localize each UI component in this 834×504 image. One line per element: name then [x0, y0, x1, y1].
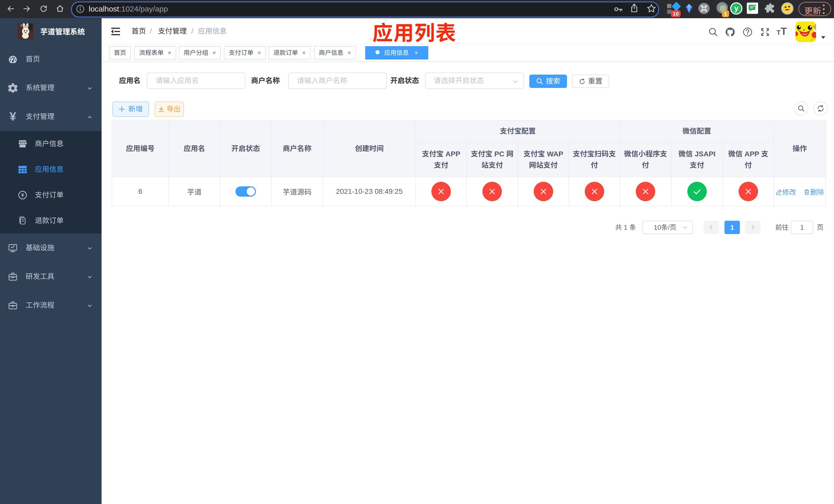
svg-text:¥: ¥	[21, 192, 24, 198]
